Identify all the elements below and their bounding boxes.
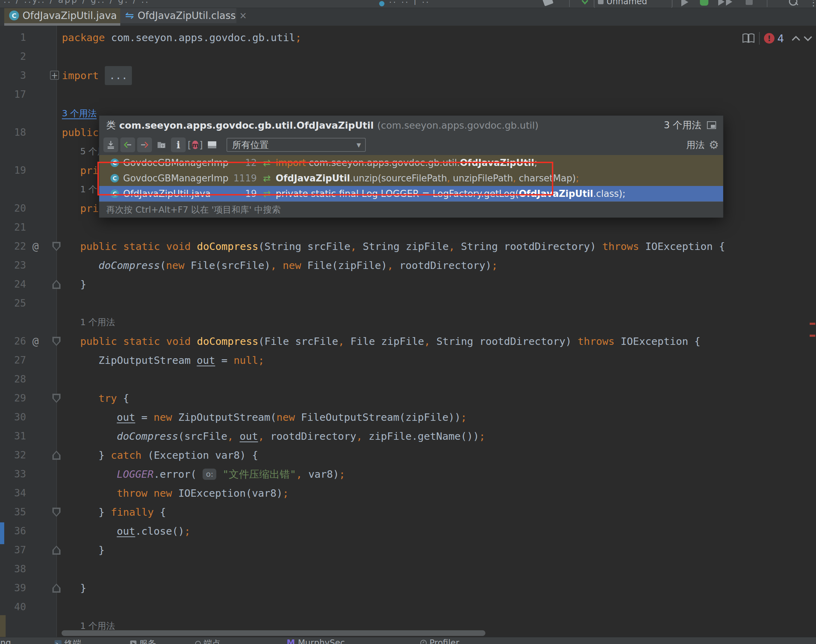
preview-toggle-button[interactable] xyxy=(205,138,220,152)
horizontal-scrollbar[interactable] xyxy=(61,630,486,636)
search-icon[interactable] xyxy=(789,0,798,6)
debug-button[interactable] xyxy=(700,0,708,6)
code-token: rootdDirectory xyxy=(264,430,356,442)
line-number: 17 xyxy=(0,85,26,104)
usages-inlay-link[interactable]: 3 个用法 xyxy=(62,104,97,123)
code-line-33[interactable]: 33LOGGER.error( o: "文件压缩出错", var8); xyxy=(0,465,816,484)
expand-fold-icon[interactable]: + xyxy=(50,71,59,80)
line-number: 33 xyxy=(0,465,26,484)
code-line-26[interactable]: 26@public static void doCompress(File sr… xyxy=(0,332,816,351)
code-token: File zipFile xyxy=(344,335,424,347)
code-line-29[interactable]: 29try { xyxy=(0,389,816,408)
code-token: new xyxy=(166,259,184,271)
code-token: } xyxy=(80,582,86,594)
code-line-24[interactable]: 24} xyxy=(0,275,816,294)
code-line-37[interactable]: 37} xyxy=(0,541,816,560)
toolbar-divider xyxy=(569,0,570,7)
gear-icon[interactable]: ⚙ xyxy=(709,139,719,150)
fold-marker-icon[interactable] xyxy=(52,451,60,460)
code-token: new xyxy=(154,411,172,423)
code-token: IOException { xyxy=(639,241,725,252)
code-token: package xyxy=(62,32,105,44)
info-button[interactable]: i xyxy=(171,138,186,152)
code-token: new xyxy=(283,259,301,271)
code-token: zipFile.getName()) xyxy=(362,430,479,442)
toolwindow-murphysec[interactable]: M MurphySec xyxy=(287,638,345,644)
code-token: ... xyxy=(105,66,132,85)
code-token: public xyxy=(62,127,99,138)
previous-error-icon[interactable] xyxy=(791,34,801,42)
code-line-1[interactable]: 1package com.seeyon.apps.govdoc.gb.util; xyxy=(0,28,816,47)
code-line-22[interactable]: 22@public static void doCompress(String … xyxy=(0,237,816,256)
breadcrumb[interactable]: .. / ..y.. / app / g.. / g. / .. xyxy=(3,0,149,5)
endpoints-icon xyxy=(195,641,201,644)
stop-button[interactable] xyxy=(746,0,753,5)
code-line-34[interactable]: 34throw new IOException(var8); xyxy=(0,484,816,503)
code-token: } xyxy=(98,544,104,556)
read-access-filter-button[interactable] xyxy=(120,138,135,152)
error-stripe-mark[interactable] xyxy=(810,323,815,325)
fold-marker-icon[interactable] xyxy=(52,394,60,403)
line-number: 39 xyxy=(0,579,26,598)
fold-marker-icon[interactable] xyxy=(52,337,60,346)
toolwindow-endpoints[interactable]: 端点 xyxy=(195,638,221,644)
chevron-down-icon[interactable] xyxy=(580,0,590,6)
line-number: 28 xyxy=(0,370,26,389)
code-token: o: xyxy=(203,469,216,480)
code-token: , xyxy=(296,468,302,480)
toolwindow-services[interactable]: 服务 xyxy=(130,638,156,644)
method-usages-filter-button[interactable]: [m] xyxy=(188,138,203,152)
error-stripe-mark[interactable] xyxy=(810,335,815,337)
group-by-usage-type-button[interactable] xyxy=(103,138,118,152)
line-number: 2 xyxy=(0,47,26,66)
inspections-widget[interactable]: ! 4 xyxy=(742,31,813,46)
toolwindow-terminal[interactable]: >_ 终端 xyxy=(55,638,81,644)
code-line-27[interactable]: 27ZipOutputStream out = null; xyxy=(0,351,816,370)
fold-marker-icon[interactable] xyxy=(52,280,60,289)
run-button[interactable] xyxy=(681,0,688,6)
chevron-down-icon: ▼ xyxy=(357,142,361,148)
build-hammer-icon[interactable] xyxy=(542,0,553,6)
code-line-23[interactable]: 23doCompress(new File(srcFile), new File… xyxy=(0,256,816,275)
reader-mode-book-icon[interactable] xyxy=(742,33,755,44)
code-token: throws xyxy=(578,335,615,347)
code-line-30[interactable]: 30out = new ZipOutputStream(new FileOutp… xyxy=(0,408,816,427)
code-token: .class) xyxy=(593,189,622,199)
scope-selector[interactable]: 所有位置 ▼ xyxy=(226,138,366,152)
code-token: , xyxy=(424,335,430,347)
fold-marker-icon[interactable] xyxy=(52,508,60,517)
code-line-31[interactable]: 31doCompress(srcFile, out, rootdDirector… xyxy=(0,427,816,446)
tab-ofdjavaziputil-java[interactable]: C OfdJavaZipUtil.java × xyxy=(4,8,120,23)
next-error-icon[interactable] xyxy=(803,34,813,42)
code-token: new xyxy=(154,487,172,499)
code-token: ZipOutputStream( xyxy=(172,411,277,423)
code-line-35[interactable]: 35} finally { xyxy=(0,503,816,522)
imports-filter-button[interactable] xyxy=(154,138,169,152)
fold-marker-icon[interactable] xyxy=(52,584,60,593)
toolwindow-partial[interactable]: ing xyxy=(0,638,11,644)
popup-title-bar[interactable]: 类 com.seeyon.apps.govdoc.gb.util.OfdJava… xyxy=(99,116,723,135)
code-line-3[interactable]: 3+import ... xyxy=(0,66,816,85)
scope-value: 所有位置 xyxy=(227,139,357,151)
code-token: out xyxy=(197,354,215,366)
fold-marker-icon[interactable] xyxy=(52,546,60,555)
code-token: finally xyxy=(111,506,154,518)
usages-inlay-hint[interactable]: 1 个用法 xyxy=(80,313,115,332)
run-config-selector[interactable]: Unnamed xyxy=(594,0,673,8)
inlay-hint-line: 1 个用法 xyxy=(0,313,816,332)
code-line-39[interactable]: 39} xyxy=(0,579,816,598)
code-line-38: 38 xyxy=(0,560,816,579)
more-options-icon[interactable]: ⋮ xyxy=(809,0,816,8)
write-access-filter-button[interactable] xyxy=(137,138,152,152)
close-tab-icon[interactable]: × xyxy=(236,10,247,21)
code-token: "文件压缩出错" xyxy=(223,468,296,480)
code-line-25: 25 xyxy=(0,294,816,313)
toolwindow-profiler[interactable]: Profiler xyxy=(420,638,459,644)
code-line-36[interactable]: 36out.close(); xyxy=(0,522,816,541)
fold-marker-icon[interactable] xyxy=(52,242,60,251)
tab-ofdjavaziputil-class[interactable]: ⇋ OfdJavaZipUtil.class × xyxy=(120,8,237,23)
open-in-window-icon[interactable] xyxy=(707,121,716,129)
rerun-icon[interactable] xyxy=(718,0,725,6)
code-token xyxy=(99,70,105,81)
code-line-32[interactable]: 32} catch (Exception var8) { xyxy=(0,446,816,465)
